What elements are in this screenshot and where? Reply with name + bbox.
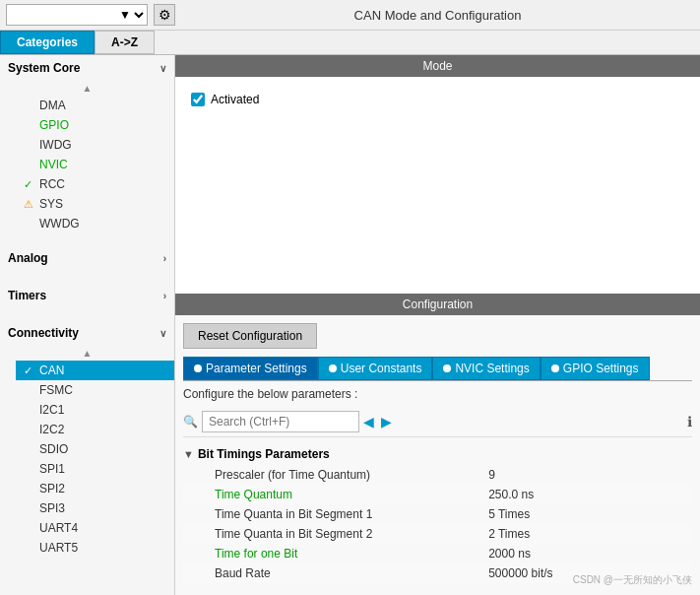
param-value-3: 2 Times bbox=[488, 527, 692, 541]
bit-timings-label: Bit Timings Parameters bbox=[198, 447, 330, 461]
table-row: Time Quanta in Bit Segment 1 5 Times bbox=[183, 504, 692, 524]
table-row: Time for one Bit 2000 ns bbox=[183, 544, 692, 563]
configure-label: Configure the below parameters : bbox=[183, 387, 692, 401]
tabs-row: Categories A->Z bbox=[0, 31, 700, 55]
sidebar-item-spi3[interactable]: SPI3 bbox=[16, 498, 174, 518]
param-value-4: 2000 ns bbox=[488, 547, 692, 561]
gpio-settings-dot bbox=[551, 364, 559, 372]
sidebar-item-uart5[interactable]: UART5 bbox=[16, 538, 174, 558]
param-search-input[interactable] bbox=[202, 411, 359, 432]
gpio-settings-label: GPIO Settings bbox=[563, 362, 639, 375]
mode-area: Activated bbox=[175, 77, 700, 294]
tab-atoz[interactable]: A->Z bbox=[95, 31, 155, 54]
tab-categories[interactable]: Categories bbox=[0, 31, 95, 54]
param-name-4: Time for one Bit bbox=[183, 547, 488, 561]
param-search-row: 🔍 ◀ ▶ ℹ bbox=[183, 407, 692, 437]
search-icon: 🔍 bbox=[183, 415, 198, 429]
info-icon[interactable]: ℹ bbox=[687, 414, 692, 430]
sidebar-item-sdio[interactable]: SDIO bbox=[16, 439, 174, 459]
main-title: CAN Mode and Configuration bbox=[181, 8, 694, 23]
sidebar-item-fsmc[interactable]: FSMC bbox=[16, 380, 174, 400]
user-constants-label: User Constants bbox=[341, 362, 422, 375]
search-combo[interactable]: ▼ bbox=[6, 4, 148, 26]
scroll-up-arrow[interactable]: ▲ bbox=[0, 81, 174, 96]
sidebar-group-system-core[interactable]: System Core ∨ bbox=[0, 55, 174, 81]
activated-label: Activated bbox=[211, 93, 259, 106]
watermark: CSDN @一无所知的小飞侠 bbox=[573, 573, 692, 587]
sidebar-item-iwdg[interactable]: IWDG bbox=[16, 135, 174, 155]
system-core-label: System Core bbox=[8, 61, 80, 75]
user-constants-dot bbox=[329, 364, 337, 372]
sidebar-group-timers[interactable]: Timers › bbox=[0, 283, 174, 308]
sidebar-item-nvic[interactable]: NVIC bbox=[16, 155, 174, 174]
sidebar-item-uart4[interactable]: UART4 bbox=[16, 518, 174, 538]
param-settings-dot bbox=[194, 364, 202, 372]
gear-button[interactable]: ⚙ bbox=[154, 4, 175, 26]
mode-header: Mode bbox=[175, 55, 700, 77]
activated-checkbox[interactable] bbox=[191, 93, 205, 106]
param-name-0: Prescaler (for Time Quantum) bbox=[183, 468, 488, 482]
table-row: Time Quantum 250.0 ns bbox=[183, 485, 692, 504]
system-core-items: DMA GPIO IWDG NVIC ✓RCC ⚠SYS WWDG bbox=[0, 96, 174, 233]
activated-row: Activated bbox=[191, 93, 684, 106]
sidebar-item-can[interactable]: ✓ CAN bbox=[16, 361, 174, 380]
table-row: Prescaler (for Time Quantum) 9 bbox=[183, 465, 692, 485]
search-input[interactable] bbox=[7, 8, 115, 22]
sidebar-item-spi2[interactable]: SPI2 bbox=[16, 479, 174, 498]
param-value-2: 5 Times bbox=[488, 507, 692, 521]
connectivity-chevron: ∨ bbox=[159, 328, 166, 339]
timers-chevron: › bbox=[163, 291, 166, 301]
sidebar-item-spi1[interactable]: SPI1 bbox=[16, 459, 174, 479]
sidebar-item-gpio[interactable]: GPIO bbox=[16, 115, 174, 135]
analog-chevron: › bbox=[163, 253, 166, 264]
system-core-chevron: ∨ bbox=[159, 63, 166, 74]
collapse-arrow[interactable]: ▼ bbox=[183, 448, 194, 460]
config-tab-user-constants[interactable]: User Constants bbox=[318, 357, 433, 380]
sidebar-item-i2c1[interactable]: I2C1 bbox=[16, 400, 174, 420]
sidebar-item-i2c2[interactable]: I2C2 bbox=[16, 420, 174, 439]
main-area: System Core ∨ ▲ DMA GPIO IWDG NVIC ✓RCC … bbox=[0, 55, 700, 595]
param-name-5: Baud Rate bbox=[183, 566, 488, 580]
sidebar-item-wwdg[interactable]: WWDG bbox=[16, 214, 174, 233]
param-value-0: 9 bbox=[488, 468, 692, 482]
param-table: Prescaler (for Time Quantum) 9 Time Quan… bbox=[183, 465, 692, 583]
param-value-1: 250.0 ns bbox=[488, 488, 692, 501]
timers-label: Timers bbox=[8, 289, 46, 302]
config-header: Configuration bbox=[175, 294, 700, 315]
config-tab-gpio-settings[interactable]: GPIO Settings bbox=[541, 357, 650, 380]
sidebar-group-analog[interactable]: Analog › bbox=[0, 245, 174, 271]
analog-label: Analog bbox=[8, 251, 48, 265]
config-tabs: Parameter Settings User Constants NVIC S… bbox=[183, 357, 692, 381]
table-row: Time Quanta in Bit Segment 2 2 Times bbox=[183, 524, 692, 544]
content-area: Mode Activated Configuration Reset Confi… bbox=[175, 55, 700, 595]
connectivity-items: ✓ CAN FSMC I2C1 I2C2 SDIO SPI1 SPI2 SPI3… bbox=[0, 361, 174, 558]
sidebar-item-sys[interactable]: ⚠SYS bbox=[16, 194, 174, 214]
param-name-3: Time Quanta in Bit Segment 2 bbox=[183, 527, 488, 541]
bit-timings-header: ▼ Bit Timings Parameters bbox=[183, 443, 692, 465]
top-bar: ▼ ⚙ CAN Mode and Configuration bbox=[0, 0, 700, 31]
nvic-settings-dot bbox=[443, 364, 451, 372]
search-dropdown[interactable]: ▼ bbox=[115, 5, 147, 25]
nvic-settings-label: NVIC Settings bbox=[455, 362, 529, 375]
param-name-2: Time Quanta in Bit Segment 1 bbox=[183, 507, 488, 521]
sidebar-item-dma[interactable]: DMA bbox=[16, 96, 174, 115]
next-arrow-button[interactable]: ▶ bbox=[377, 413, 395, 430]
config-tab-parameter-settings[interactable]: Parameter Settings bbox=[183, 357, 318, 380]
sidebar-item-rcc[interactable]: ✓RCC bbox=[16, 174, 174, 194]
config-body: Reset Configuration Parameter Settings U… bbox=[175, 315, 700, 595]
sidebar-group-connectivity[interactable]: Connectivity ∨ bbox=[0, 320, 174, 346]
config-tab-nvic-settings[interactable]: NVIC Settings bbox=[432, 357, 540, 380]
param-name-1: Time Quantum bbox=[183, 488, 488, 501]
reset-config-button[interactable]: Reset Configuration bbox=[183, 323, 317, 349]
sidebar: System Core ∨ ▲ DMA GPIO IWDG NVIC ✓RCC … bbox=[0, 55, 175, 595]
connectivity-label: Connectivity bbox=[8, 326, 79, 340]
prev-arrow-button[interactable]: ◀ bbox=[359, 413, 377, 430]
param-settings-label: Parameter Settings bbox=[206, 362, 307, 375]
connectivity-scroll-up[interactable]: ▲ bbox=[0, 346, 174, 361]
